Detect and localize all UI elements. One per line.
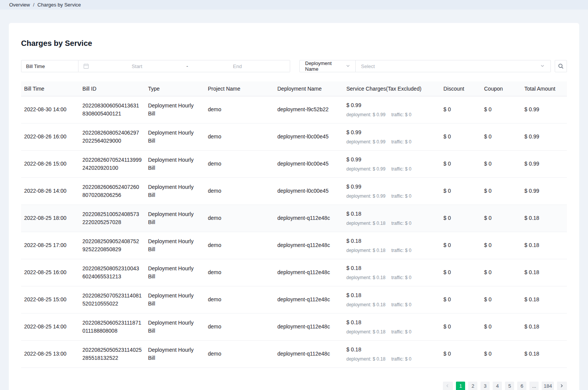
date-end-input[interactable]: End (189, 63, 285, 69)
service-charge-amount: $ 0.99 (346, 156, 438, 164)
cell-type: Deployment Hourly Bill (145, 286, 205, 313)
search-button[interactable] (555, 60, 567, 72)
pagination-next-button[interactable] (557, 382, 567, 390)
cell-discount: $ 0 (440, 313, 481, 340)
cell-bill-time: 2022-08-25 16:00 (21, 259, 79, 286)
cell-deployment-name: deployment-q112e48c (274, 286, 343, 313)
service-charge-amount: $ 0.18 (346, 318, 438, 327)
cell-project-name: demo (205, 96, 274, 123)
service-charge-amount: $ 0.18 (346, 237, 438, 245)
pagination-page-4[interactable]: 4 (493, 382, 502, 390)
chevron-right-icon (559, 383, 565, 389)
cell-discount: $ 0 (440, 123, 481, 150)
breakdown-traffic: traffic: $ 0 (391, 221, 411, 226)
table-row[interactable]: 2022-08-25 14:00 20220825060523111871011… (21, 313, 567, 340)
table-row[interactable]: 2022-08-26 15:00 20220826070524113999242… (21, 150, 567, 177)
table-row[interactable]: 2022-08-25 15:00 20220825070523114081520… (21, 286, 567, 313)
cell-bill-id: 20220825060523111871011188808008 (79, 313, 145, 340)
bill-time-filter-select[interactable]: Bill Time (21, 60, 78, 72)
breakdown-deployment: deployment: $ 0.18 (346, 221, 385, 226)
column-header-service-charges: Service Charges(Tax Excluded) (343, 81, 441, 96)
pagination-page-5[interactable]: 5 (505, 382, 514, 390)
column-header-discount: Discount (440, 81, 481, 96)
cell-discount: $ 0 (440, 205, 481, 232)
cell-type: Deployment Hourly Bill (145, 232, 205, 259)
cell-coupon: $ 0 (481, 177, 521, 205)
breakdown-traffic: traffic: $ 0 (391, 193, 411, 199)
cell-total-amount: $ 0.18 (521, 205, 567, 232)
cell-service-charges: $ 0.99 deployment: $ 0.99 traffic: $ 0 (343, 96, 441, 123)
cell-type: Deployment Hourly Bill (145, 313, 205, 340)
pagination-page-3[interactable]: 3 (480, 382, 490, 390)
page-title: Charges by Service (21, 39, 567, 48)
service-charge-breakdown: deployment: $ 0.99 traffic: $ 0 (346, 138, 438, 145)
date-range-separator: - (185, 63, 190, 69)
table-row[interactable]: 2022-08-25 17:00 20220825090524087529252… (21, 232, 567, 259)
service-charge-breakdown: deployment: $ 0.99 traffic: $ 0 (346, 193, 438, 200)
cell-bill-id: 20220826070524113999242020920100 (79, 150, 145, 177)
cell-deployment-name: deployment-q112e48c (274, 232, 343, 259)
cell-deployment-name: deployment-l0c00e45 (274, 177, 343, 205)
cell-total-amount: $ 0.99 (521, 177, 567, 205)
cell-bill-id: 20220825050523114025285518132522 (79, 340, 145, 367)
table-row[interactable]: 2022-08-25 13:00 20220825050523114025285… (21, 340, 567, 367)
deployment-value-placeholder: Select (361, 63, 375, 69)
cell-discount: $ 0 (440, 150, 481, 177)
table-row[interactable]: 2022-08-25 18:00 20220825100524085732220… (21, 205, 567, 232)
cell-type: Deployment Hourly Bill (145, 96, 205, 123)
cell-bill-time: 2022-08-25 14:00 (21, 313, 79, 340)
pagination-ellipsis[interactable]: ... (529, 382, 539, 390)
service-charge-breakdown: deployment: $ 0.18 traffic: $ 0 (346, 328, 438, 335)
cell-deployment-name: deployment-l0c00e45 (274, 123, 343, 150)
cell-coupon: $ 0 (481, 259, 521, 286)
cell-project-name: demo (205, 259, 274, 286)
cell-deployment-name: deployment-q112e48c (274, 259, 343, 286)
cell-total-amount: $ 0.99 (521, 150, 567, 177)
table-row[interactable]: 2022-08-26 14:00 20220826060524072608070… (21, 177, 567, 205)
pagination-prev-button[interactable] (443, 382, 453, 390)
deployment-value-select[interactable]: Select (356, 60, 550, 72)
cell-project-name: demo (205, 313, 274, 340)
cell-project-name: demo (205, 340, 274, 367)
cell-bill-time: 2022-08-25 18:00 (21, 205, 79, 232)
cell-discount: $ 0 (440, 232, 481, 259)
cell-coupon: $ 0 (481, 340, 521, 367)
breadcrumb-link-overview[interactable]: Overview (9, 2, 30, 8)
service-charge-breakdown: deployment: $ 0.18 traffic: $ 0 (346, 356, 438, 362)
chevron-down-icon (540, 63, 546, 69)
cell-coupon: $ 0 (481, 123, 521, 150)
cell-bill-id: 20220826080524062972022564029000 (79, 123, 145, 150)
cell-total-amount: $ 0.18 (521, 286, 567, 313)
cell-type: Deployment Hourly Bill (145, 123, 205, 150)
breakdown-traffic: traffic: $ 0 (391, 275, 411, 280)
cell-total-amount: $ 0.18 (521, 313, 567, 340)
cell-bill-time: 2022-08-30 14:00 (21, 96, 79, 123)
filter-field-select[interactable]: Deployment Name (300, 60, 356, 72)
column-header-project-name: Project Name (205, 81, 274, 96)
pagination: 123456...184 (21, 382, 567, 390)
table-row[interactable]: 2022-08-25 16:00 20220825080523100436024… (21, 259, 567, 286)
table-row[interactable]: 2022-08-26 16:00 20220826080524062972022… (21, 123, 567, 150)
service-charge-amount: $ 0.18 (346, 346, 438, 354)
column-header-deployment-name: Deployment Name (274, 81, 343, 96)
cell-coupon: $ 0 (481, 286, 521, 313)
cell-coupon: $ 0 (481, 313, 521, 340)
calendar-icon (83, 63, 89, 69)
cell-project-name: demo (205, 150, 274, 177)
breakdown-deployment: deployment: $ 0.18 (346, 248, 385, 253)
pagination-page-184[interactable]: 184 (542, 382, 554, 390)
column-header-total-amount: Total Amount (521, 81, 567, 96)
cell-project-name: demo (205, 123, 274, 150)
breadcrumb-current: Charges by Service (38, 2, 81, 8)
pagination-page-6[interactable]: 6 (517, 382, 526, 390)
pagination-page-1[interactable]: 1 (456, 382, 465, 390)
cell-type: Deployment Hourly Bill (145, 150, 205, 177)
cell-service-charges: $ 0.18 deployment: $ 0.18 traffic: $ 0 (343, 232, 441, 259)
breakdown-traffic: traffic: $ 0 (391, 329, 411, 335)
table-row[interactable]: 2022-08-30 14:00 20220830060504136318308… (21, 96, 567, 123)
date-start-input[interactable]: Start (89, 63, 185, 69)
breakdown-deployment: deployment: $ 0.99 (346, 193, 385, 199)
date-range-picker[interactable]: Start - End (78, 60, 290, 72)
deployment-filter-combo: Deployment Name Select (299, 60, 551, 72)
pagination-page-2[interactable]: 2 (468, 382, 477, 390)
